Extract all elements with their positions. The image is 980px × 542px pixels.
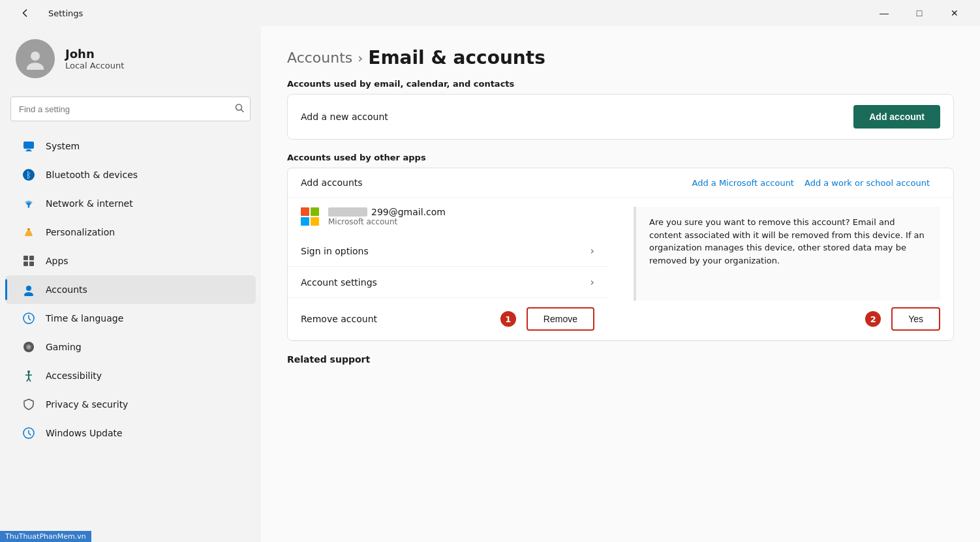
search-input[interactable] [10, 97, 251, 121]
window-controls: — □ ✕ [869, 3, 970, 23]
sidebar-item-update[interactable]: Windows Update [5, 419, 256, 447]
remove-account-row: Remove account 1 Remove [288, 298, 607, 340]
sidebar-item-bluetooth[interactable]: ᛒ Bluetooth & devices [5, 160, 256, 189]
svg-rect-6 [25, 151, 32, 151]
account-settings-row[interactable]: Account settings › [288, 267, 607, 298]
svg-rect-5 [27, 149, 31, 151]
sidebar-item-network[interactable]: Network & internet [5, 189, 256, 218]
add-new-account-row: Add a new account Add account [288, 95, 953, 139]
avatar [16, 39, 55, 78]
system-icon [21, 138, 37, 154]
sidebar-item-apps[interactable]: Apps [5, 247, 256, 275]
account-row-top: 299@gmail.com Microsoft account [288, 198, 607, 235]
account-info: 299@gmail.com Microsoft account [328, 207, 594, 226]
chevron-right-settings: › [590, 276, 594, 288]
user-info: John Local Account [65, 47, 124, 70]
search-icon [235, 104, 244, 115]
sign-in-options-row[interactable]: Sign in options › [288, 235, 607, 267]
breadcrumb-parent: Accounts [287, 50, 352, 66]
svg-point-1 [27, 63, 44, 70]
title-bar-left: Settings [10, 3, 83, 23]
other-apps-accounts-card: Add accounts Add a Microsoft account Add… [287, 168, 954, 341]
account-type: Microsoft account [328, 217, 594, 226]
sidebar-item-gaming[interactable]: Gaming [5, 333, 256, 361]
add-accounts-row: Add accounts Add a Microsoft account Add… [288, 168, 953, 198]
sign-in-options-label: Sign in options [301, 246, 590, 256]
sidebar-item-label-network: Network & internet [46, 198, 133, 209]
yes-button[interactable]: Yes [891, 307, 940, 331]
svg-point-15 [26, 286, 31, 291]
account-right: Are you sure you want to remove this acc… [607, 198, 953, 340]
svg-point-0 [31, 52, 40, 61]
breadcrumb: Accounts › Email & accounts [287, 47, 954, 68]
svg-rect-11 [23, 256, 28, 260]
breadcrumb-separator: › [358, 50, 363, 66]
sidebar-item-time[interactable]: Time & language [5, 304, 256, 333]
account-email-text: 299@gmail.com [371, 207, 446, 217]
section2-label: Accounts used by other apps [287, 153, 954, 162]
microsoft-logo [301, 207, 319, 226]
close-button[interactable]: ✕ [940, 3, 970, 23]
related-support-label: Related support [287, 354, 954, 365]
user-section: John Local Account [0, 26, 261, 91]
bluetooth-icon: ᛒ [21, 167, 37, 183]
update-icon [21, 425, 37, 441]
ms-logo-blue [301, 217, 309, 226]
svg-line-19 [29, 318, 31, 320]
add-new-account-label: Add a new account [301, 112, 853, 122]
sidebar-item-privacy[interactable]: Privacy & security [5, 390, 256, 419]
ms-logo-yellow [311, 217, 319, 226]
minimize-button[interactable]: — [869, 3, 899, 23]
sidebar-item-accounts[interactable]: Accounts [5, 275, 256, 304]
svg-point-16 [24, 292, 33, 296]
maximize-button[interactable]: □ [904, 3, 934, 23]
svg-point-9 [28, 206, 30, 208]
network-icon [21, 196, 37, 211]
user-name: John [65, 47, 124, 61]
watermark: ThuThuatPhanMem.vn [0, 531, 91, 542]
svg-line-26 [27, 378, 29, 382]
account-settings-label: Account settings [301, 277, 590, 288]
sidebar-item-label-accessibility: Accessibility [46, 370, 102, 381]
sidebar-item-label-bluetooth: Bluetooth & devices [46, 170, 138, 180]
add-microsoft-account-link[interactable]: Add a Microsoft account [692, 178, 793, 188]
sidebar-item-personalization[interactable]: Personalization [5, 218, 256, 247]
back-button[interactable] [10, 3, 40, 23]
sidebar-item-system[interactable]: System [5, 132, 256, 160]
sidebar-item-label-update: Windows Update [46, 428, 123, 438]
svg-rect-12 [29, 256, 34, 260]
user-type: Local Account [65, 61, 124, 70]
removal-warning: Are you sure you want to remove this acc… [634, 207, 940, 301]
personalization-icon [21, 224, 37, 240]
chevron-right-sign-in: › [590, 245, 594, 257]
sidebar: John Local Account System [0, 26, 261, 542]
svg-point-22 [27, 346, 30, 348]
svg-rect-13 [23, 262, 28, 266]
gaming-icon [21, 339, 37, 355]
search-box [10, 97, 251, 121]
email-accounts-card: Add a new account Add account [287, 94, 954, 140]
remove-button[interactable]: Remove [527, 307, 594, 331]
add-work-school-link[interactable]: Add a work or school account [804, 178, 930, 188]
sidebar-item-accessibility[interactable]: Accessibility [5, 361, 256, 390]
add-account-button[interactable]: Add account [853, 105, 940, 128]
privacy-icon [21, 397, 37, 412]
sidebar-item-label-gaming: Gaming [46, 342, 82, 352]
account-row: 299@gmail.com Microsoft account Sign in … [288, 198, 953, 340]
svg-text:ᛒ: ᛒ [26, 170, 31, 180]
svg-rect-10 [27, 228, 30, 230]
accounts-icon [21, 282, 37, 297]
svg-rect-14 [29, 262, 34, 266]
main-layout: John Local Account System [0, 26, 980, 542]
breadcrumb-current: Email & accounts [368, 47, 545, 68]
add-accounts-label: Add accounts [301, 177, 692, 188]
svg-line-3 [241, 110, 244, 112]
svg-rect-4 [23, 142, 34, 149]
ms-logo-red [301, 207, 309, 216]
remove-btn-wrap: 1 Remove [500, 307, 594, 331]
sidebar-item-label-time: Time & language [46, 313, 123, 324]
account-email: 299@gmail.com [328, 207, 594, 217]
time-icon [21, 310, 37, 326]
step1-badge: 1 [500, 311, 516, 327]
ms-logo-green [311, 207, 319, 216]
